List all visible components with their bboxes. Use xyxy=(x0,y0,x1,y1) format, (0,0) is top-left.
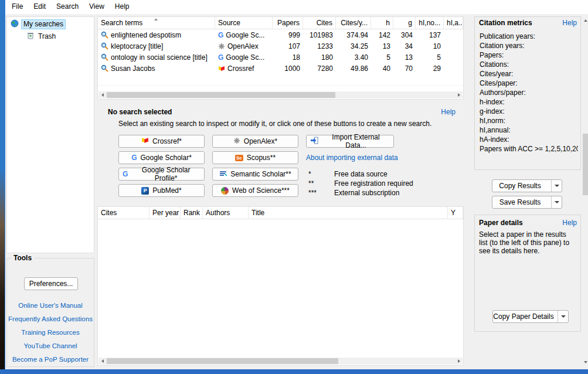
metric-ha-index: hA-index: xyxy=(480,135,578,145)
copy-paper-details-button[interactable]: Copy Paper Details xyxy=(492,310,569,323)
google-scholar-profile-button[interactable]: G Google Scholar Profile* xyxy=(118,168,205,181)
column-header-h[interactable]: h xyxy=(371,17,393,29)
paper-details-section: Paper details Help Select a paper in the… xyxy=(474,215,581,332)
scroll-right-arrow-icon[interactable] xyxy=(455,358,463,365)
column-header-papers[interactable]: Papers xyxy=(273,17,303,29)
tools-title: Tools xyxy=(11,254,34,262)
google-scholar-button[interactable]: G Google Scholar* xyxy=(118,151,205,164)
copy-results-button[interactable]: Copy Results xyxy=(492,179,562,192)
scroll-right-arrow-icon[interactable] xyxy=(455,91,463,98)
pubmed-button[interactable]: P PubMed* xyxy=(118,184,205,197)
column-header-per-year[interactable]: Per year xyxy=(149,207,181,219)
link-youtube-channel[interactable]: YouTube Channel xyxy=(7,342,94,349)
scrollbar-thumb[interactable] xyxy=(107,92,335,98)
globe-icon xyxy=(11,19,19,29)
tree-label-trash: Trash xyxy=(36,32,57,41)
window-bottom-border xyxy=(0,369,588,374)
search-row[interactable]: ontology in social science [title] GGoog… xyxy=(98,52,463,63)
import-external-data-button[interactable]: Import External Data... xyxy=(306,135,394,148)
crossref-button[interactable]: Crossref* xyxy=(118,135,205,148)
empty-row xyxy=(98,74,463,86)
import-icon xyxy=(310,137,318,146)
about-importing-link[interactable]: About importing external data xyxy=(306,154,398,162)
crossref-icon xyxy=(141,137,149,146)
web-of-science-button[interactable]: Web of Science*** xyxy=(212,184,298,197)
column-header-cites[interactable]: Cites xyxy=(98,207,149,219)
search-row[interactable]: kleptocracy [title] OpenAlex 107 1233 34… xyxy=(98,40,463,52)
results-table-header: Cites Per year Rank Authors Title Y xyxy=(98,207,463,219)
openalex-button[interactable]: OpenAlex* xyxy=(212,135,298,148)
legend-symbol: * xyxy=(308,170,332,178)
column-header-year[interactable]: Y xyxy=(448,207,463,219)
paper-details-help-link[interactable]: Help xyxy=(562,219,577,227)
menu-view[interactable]: View xyxy=(84,0,110,14)
search-query-icon xyxy=(101,42,108,50)
legend-symbol: *** xyxy=(308,189,332,197)
column-header-search-terms[interactable]: Search terms xyxy=(98,17,215,29)
column-header-title[interactable]: Title xyxy=(249,207,448,219)
scroll-left-arrow-icon[interactable] xyxy=(98,91,106,98)
preferences-button[interactable]: Preferences... xyxy=(24,277,78,290)
tools-panel: Tools Preferences... Online User's Manua… xyxy=(6,258,94,367)
horizontal-scrollbar[interactable] xyxy=(98,358,463,365)
semantic-scholar-button[interactable]: Semantic Scholar** xyxy=(212,168,298,181)
new-search-instruction: Select an existing search to inspect or … xyxy=(118,120,431,128)
column-header-rank[interactable]: Rank xyxy=(181,207,203,219)
web-of-science-icon xyxy=(221,187,229,195)
link-faq[interactable]: Frequently Asked Questions xyxy=(7,315,94,322)
metric-g-index: g-index: xyxy=(480,107,578,117)
save-results-button[interactable]: Save Results xyxy=(492,196,562,209)
metric-papers-with-acc: Papers with ACC >= 1,2,5,10,20: xyxy=(480,145,578,154)
menu-help[interactable]: Help xyxy=(110,0,135,14)
scroll-left-arrow-icon[interactable] xyxy=(98,358,106,365)
metric-publication-years: Publication years: xyxy=(480,32,578,42)
metric-authors-per-paper: Authors/paper: xyxy=(480,89,578,98)
search-query-icon xyxy=(101,31,108,39)
column-header-authors[interactable]: Authors xyxy=(203,207,249,219)
scroll-up-arrow-icon[interactable] xyxy=(582,16,588,24)
menu-search[interactable]: Search xyxy=(51,0,84,14)
openalex-icon xyxy=(233,137,240,146)
link-training-resources[interactable]: Training Resources xyxy=(7,329,94,336)
column-header-cites-per-year[interactable]: Cites/y... xyxy=(336,17,371,29)
right-panel: Citation metrics Help Publication years:… xyxy=(474,16,581,366)
horizontal-scrollbar[interactable] xyxy=(98,91,463,98)
menu-file[interactable]: File xyxy=(6,0,28,14)
link-become-supporter[interactable]: Become a PoP Supporter xyxy=(7,356,94,363)
new-search-panel: No search selected Help Select an existi… xyxy=(97,103,464,204)
tree-label-my-searches: My searches xyxy=(21,19,66,29)
scrollbar-thumb[interactable] xyxy=(107,358,338,364)
column-header-source[interactable]: Source xyxy=(215,17,273,29)
column-header-hi-norm[interactable]: hI,no... xyxy=(416,17,444,29)
searches-tree-panel: My searches Trash xyxy=(6,16,94,253)
scroll-down-arrow-icon[interactable] xyxy=(582,358,588,366)
metric-papers: Papers: xyxy=(480,51,578,60)
dropdown-arrow[interactable] xyxy=(558,311,568,322)
scrollbar-thumb[interactable] xyxy=(583,134,588,195)
tree-item-my-searches[interactable]: My searches xyxy=(11,19,66,29)
new-search-help-link[interactable]: Help xyxy=(441,108,456,116)
chevron-down-icon xyxy=(555,201,559,203)
chevron-down-icon xyxy=(561,315,566,318)
scopus-button[interactable]: Sc Scopus** xyxy=(212,151,298,164)
search-row[interactable]: Susan Jacobs Crossref 1000 7280 49.86 40… xyxy=(98,63,463,74)
results-table: Cites Per year Rank Authors Title Y xyxy=(97,206,464,366)
legend-text: Free data source xyxy=(334,170,388,178)
column-header-cites[interactable]: Cites xyxy=(303,17,336,29)
google-scholar-icon: G xyxy=(123,171,128,178)
google-scholar-icon: G xyxy=(131,154,137,161)
column-header-g[interactable]: g xyxy=(393,17,416,29)
column-header-hi-annual[interactable]: hI,a... xyxy=(444,17,463,29)
metrics-help-link[interactable]: Help xyxy=(562,19,577,27)
menu-edit[interactable]: Edit xyxy=(28,0,51,14)
dropdown-arrow[interactable] xyxy=(551,180,562,192)
vertical-scrollbar[interactable] xyxy=(582,16,588,366)
metric-cites-per-paper: Cites/paper: xyxy=(480,79,578,89)
tree-item-trash[interactable]: Trash xyxy=(27,31,57,42)
link-online-users-manual[interactable]: Online User's Manual xyxy=(7,302,94,309)
searches-table-header: Search terms Source Papers Cites Cites/y… xyxy=(98,17,463,29)
search-row[interactable]: enlightened despotism GGoogle Sc... 999 … xyxy=(98,29,463,40)
metric-cites-per-year: Cites/year: xyxy=(480,70,578,79)
dropdown-arrow[interactable] xyxy=(551,196,562,208)
chevron-down-icon xyxy=(555,185,559,187)
